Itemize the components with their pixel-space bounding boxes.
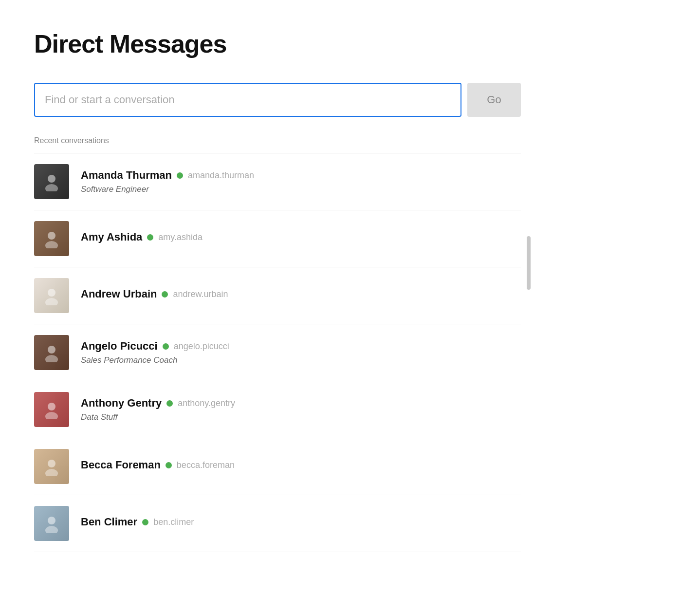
search-input[interactable] bbox=[34, 83, 461, 117]
recent-conversations-label: Recent conversations bbox=[34, 136, 521, 145]
contact-name-row: Angelo Picucciangelo.picucci bbox=[81, 340, 521, 353]
svg-point-8 bbox=[48, 403, 55, 410]
avatar-icon bbox=[42, 400, 61, 419]
avatar-icon bbox=[42, 286, 61, 305]
avatar-icon bbox=[42, 172, 61, 191]
contact-name-row: Becca Foremanbecca.foreman bbox=[81, 459, 521, 471]
contact-info: Becca Foremanbecca.foreman bbox=[81, 459, 521, 474]
svg-point-11 bbox=[45, 469, 58, 476]
avatar bbox=[34, 164, 69, 199]
avatar-icon bbox=[42, 343, 61, 362]
contact-username: anthony.gentry bbox=[178, 398, 235, 409]
contact-name-row: Ben Climerben.climer bbox=[81, 516, 521, 528]
list-item[interactable]: Amy Ashidaamy.ashida bbox=[34, 210, 521, 267]
avatar bbox=[34, 449, 69, 484]
go-button[interactable]: Go bbox=[467, 83, 521, 117]
contact-name-row: Andrew Urbainandrew.urbain bbox=[81, 288, 521, 300]
page-title: Direct Messages bbox=[34, 29, 521, 58]
conversations-list: Amanda Thurmanamanda.thurmanSoftware Eng… bbox=[34, 153, 521, 552]
contact-username: ben.climer bbox=[153, 517, 194, 527]
avatar-icon bbox=[42, 229, 61, 248]
svg-point-3 bbox=[45, 241, 58, 248]
contact-username: becca.foreman bbox=[177, 460, 235, 470]
contact-title: Software Engineer bbox=[81, 185, 521, 194]
svg-point-1 bbox=[45, 184, 58, 191]
svg-point-12 bbox=[48, 517, 55, 524]
contact-name: Ben Climer bbox=[81, 516, 137, 528]
avatar-icon bbox=[42, 457, 61, 476]
list-item[interactable]: Amanda Thurmanamanda.thurmanSoftware Eng… bbox=[34, 153, 521, 210]
contact-name-row: Amanda Thurmanamanda.thurman bbox=[81, 169, 521, 182]
online-status-dot bbox=[142, 519, 148, 525]
contact-name-row: Anthony Gentryanthony.gentry bbox=[81, 397, 521, 410]
list-item[interactable]: Ben Climerben.climer bbox=[34, 495, 521, 552]
svg-point-10 bbox=[48, 460, 55, 467]
online-status-dot bbox=[162, 291, 168, 298]
list-item[interactable]: Andrew Urbainandrew.urbain bbox=[34, 267, 521, 324]
contact-username: angelo.picucci bbox=[174, 341, 229, 352]
svg-point-0 bbox=[48, 175, 55, 183]
avatar bbox=[34, 221, 69, 256]
svg-point-6 bbox=[48, 346, 55, 354]
contact-info: Anthony Gentryanthony.gentryData Stuff bbox=[81, 397, 521, 422]
contact-title: Sales Performance Coach bbox=[81, 355, 521, 365]
list-item[interactable]: Anthony Gentryanthony.gentryData Stuff bbox=[34, 381, 521, 438]
online-status-dot bbox=[147, 234, 153, 241]
contact-info: Andrew Urbainandrew.urbain bbox=[81, 288, 521, 303]
contact-name: Amanda Thurman bbox=[81, 169, 172, 182]
search-row: Go bbox=[34, 83, 521, 117]
svg-point-9 bbox=[45, 412, 58, 419]
contact-info: Amanda Thurmanamanda.thurmanSoftware Eng… bbox=[81, 169, 521, 194]
online-status-dot bbox=[177, 172, 183, 179]
avatar bbox=[34, 506, 69, 541]
contact-info: Angelo Picucciangelo.picucciSales Perfor… bbox=[81, 340, 521, 365]
contact-info: Amy Ashidaamy.ashida bbox=[81, 231, 521, 246]
contact-name: Angelo Picucci bbox=[81, 340, 158, 353]
svg-point-13 bbox=[45, 526, 58, 533]
list-item[interactable]: Angelo Picucciangelo.picucciSales Perfor… bbox=[34, 324, 521, 381]
avatar-icon bbox=[42, 514, 61, 533]
contact-username: amanda.thurman bbox=[188, 170, 254, 181]
contact-name: Anthony Gentry bbox=[81, 397, 162, 410]
scrollbar[interactable] bbox=[527, 236, 531, 290]
online-status-dot bbox=[163, 343, 169, 350]
contact-name-row: Amy Ashidaamy.ashida bbox=[81, 231, 521, 243]
contact-username: andrew.urbain bbox=[173, 289, 228, 299]
contact-name: Becca Foreman bbox=[81, 459, 161, 471]
svg-point-5 bbox=[45, 298, 58, 305]
contact-info: Ben Climerben.climer bbox=[81, 516, 521, 531]
online-status-dot bbox=[166, 462, 172, 468]
list-item[interactable]: Becca Foremanbecca.foreman bbox=[34, 438, 521, 495]
contact-name: Andrew Urbain bbox=[81, 288, 157, 300]
contact-title: Data Stuff bbox=[81, 412, 521, 422]
avatar bbox=[34, 392, 69, 427]
svg-point-7 bbox=[45, 355, 58, 362]
svg-point-2 bbox=[48, 232, 55, 240]
contact-name: Amy Ashida bbox=[81, 231, 142, 243]
avatar bbox=[34, 335, 69, 370]
contact-username: amy.ashida bbox=[158, 232, 203, 242]
avatar bbox=[34, 278, 69, 313]
svg-point-4 bbox=[48, 289, 55, 297]
online-status-dot bbox=[166, 400, 173, 407]
